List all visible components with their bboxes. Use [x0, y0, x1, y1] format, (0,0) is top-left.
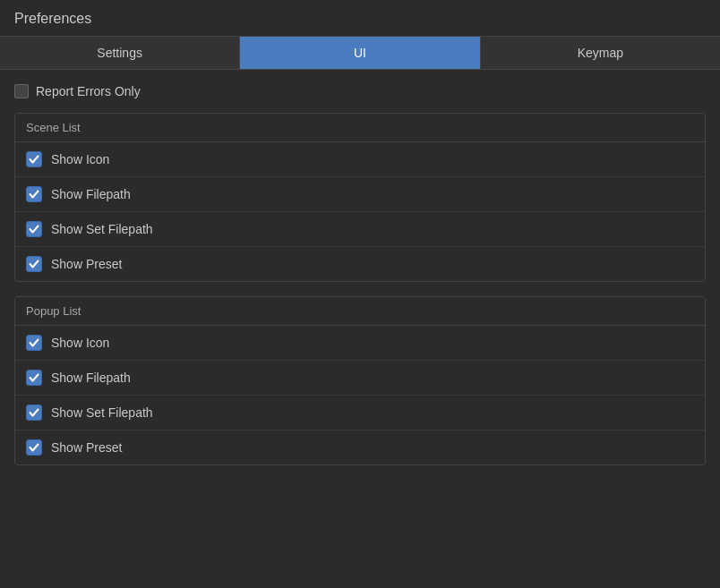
scene-show-preset-checkbox[interactable] — [26, 256, 42, 272]
popup-list-section: Popup List Show Icon — [14, 296, 706, 465]
popup-show-preset-row[interactable]: Show Preset — [15, 430, 705, 464]
scene-show-preset-row[interactable]: Show Preset — [15, 247, 705, 281]
scene-show-set-filepath-row[interactable]: Show Set Filepath — [15, 212, 705, 247]
popup-show-preset-checkbox[interactable] — [26, 439, 42, 456]
tab-settings[interactable]: Settings — [0, 37, 240, 69]
scene-show-set-filepath-label: Show Set Filepath — [51, 222, 153, 236]
scene-show-filepath-row[interactable]: Show Filepath — [15, 177, 705, 212]
scene-show-icon-label: Show Icon — [51, 152, 109, 166]
scene-list-items: Show Icon Show Filepath — [15, 142, 705, 281]
scene-list-header: Scene List — [15, 114, 705, 142]
popup-show-set-filepath-row[interactable]: Show Set Filepath — [15, 396, 705, 430]
content-area: Report Errors Only Scene List Show Icon — [0, 70, 720, 588]
tab-ui[interactable]: UI — [240, 37, 480, 69]
scene-show-set-filepath-checkbox[interactable] — [26, 221, 42, 237]
title-bar: Preferences — [0, 0, 720, 36]
popup-show-filepath-row[interactable]: Show Filepath — [15, 361, 705, 396]
popup-list-items: Show Icon Show Filepath — [15, 326, 705, 464]
scene-show-filepath-label: Show Filepath — [51, 187, 131, 201]
popup-list-header: Popup List — [15, 297, 705, 326]
popup-show-icon-row[interactable]: Show Icon — [15, 326, 705, 361]
popup-show-preset-label: Show Preset — [51, 440, 122, 455]
popup-show-filepath-label: Show Filepath — [51, 371, 131, 385]
report-errors-label: Report Errors Only — [36, 84, 141, 98]
tab-bar: Settings UI Keymap — [0, 36, 720, 70]
preferences-window: Preferences Settings UI Keymap Report Er… — [0, 0, 720, 588]
popup-show-set-filepath-checkbox[interactable] — [26, 405, 42, 421]
scene-show-preset-label: Show Preset — [51, 257, 122, 271]
popup-show-set-filepath-label: Show Set Filepath — [51, 405, 153, 420]
popup-show-filepath-checkbox[interactable] — [26, 370, 42, 386]
scene-show-icon-checkbox[interactable] — [26, 151, 42, 167]
popup-show-icon-label: Show Icon — [51, 336, 109, 350]
tab-keymap[interactable]: Keymap — [481, 37, 720, 69]
popup-show-icon-checkbox[interactable] — [26, 335, 42, 351]
scene-show-icon-row[interactable]: Show Icon — [15, 142, 705, 177]
report-errors-row[interactable]: Report Errors Only — [14, 84, 706, 98]
scene-list-section: Scene List Show Icon — [14, 113, 706, 282]
scene-show-filepath-checkbox[interactable] — [26, 186, 42, 202]
window-title: Preferences — [14, 11, 706, 27]
report-errors-checkbox[interactable] — [14, 84, 29, 98]
